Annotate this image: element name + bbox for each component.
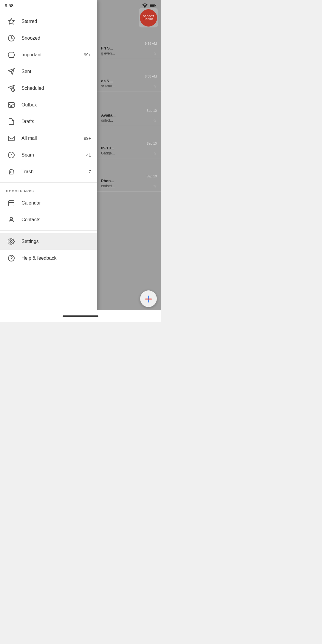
drafts-icon: [6, 118, 17, 125]
svg-rect-16: [8, 136, 14, 141]
calendar-icon: [6, 199, 17, 207]
svg-point-28: [10, 241, 12, 242]
nav-bar: [0, 310, 161, 322]
fab-plus-icon: [144, 294, 153, 304]
sent-label: Sent: [21, 69, 91, 74]
bg-email-preview-4: Gadge...: [101, 151, 115, 155]
section-divider: [0, 182, 97, 183]
trash-badge: 7: [89, 169, 91, 174]
bg-star-4: ☆: [153, 151, 157, 156]
account-avatar: GADGETHACKS: [139, 8, 158, 27]
sidebar-item-scheduled[interactable]: Scheduled: [0, 80, 97, 97]
battery-icon: [150, 3, 156, 8]
status-icons: [142, 3, 156, 8]
bg-email-subject-2: ds 5....: [101, 79, 157, 83]
contacts-label: Contacts: [21, 217, 91, 222]
bg-email-subject-4: 09/10...: [101, 146, 157, 150]
svg-rect-2: [155, 5, 156, 6]
sidebar-item-trash[interactable]: Trash 7: [0, 163, 97, 180]
outbox-icon: [6, 101, 17, 109]
bg-email-5: Sep 10 Phon... endset... ☆: [97, 171, 161, 192]
sidebar-item-sent[interactable]: Sent: [0, 63, 97, 80]
google-apps-header: GOOGLE APPS: [0, 185, 97, 195]
snoozed-label: Snoozed: [21, 35, 91, 41]
bg-email-3: Sep 10 Availa... ontrol... ☆: [97, 106, 161, 126]
sidebar-item-help[interactable]: Help & feedback: [0, 250, 97, 267]
svg-rect-3: [150, 5, 154, 7]
bg-email-2: 8:38 AM ds 5.... st iPho... ☆: [97, 72, 161, 92]
help-icon: [6, 255, 17, 262]
bg-email-subject-1: Fri S...: [101, 46, 157, 50]
svg-rect-22: [9, 201, 14, 206]
sidebar-item-important[interactable]: Important 99+: [0, 47, 97, 63]
svg-marker-8: [8, 52, 15, 58]
sidebar-item-spam[interactable]: Spam 41: [0, 147, 97, 163]
avatar-text: GADGETHACKS: [143, 15, 154, 21]
trash-label: Trash: [21, 169, 89, 174]
background-panel: GADGETHACKS 9:39 AM Fri S... g even... ☆…: [97, 0, 161, 322]
sidebar-item-contacts[interactable]: Contacts: [0, 211, 97, 228]
menu-list: Starred Snoozed Important 99+: [0, 0, 97, 322]
allmail-label: All mail: [21, 136, 84, 141]
bg-email-preview-2: st iPho...: [101, 84, 115, 88]
bg-email-1: 9:39 AM Fri S... g even... ☆: [97, 39, 161, 59]
star-icon: [6, 18, 17, 25]
sidebar-item-snoozed[interactable]: Snoozed: [0, 30, 97, 47]
bg-email-4: Sep 10 09/10... Gadge... ☆: [97, 139, 161, 159]
contacts-icon: [6, 216, 17, 223]
trash-icon: [6, 168, 17, 175]
clock-icon: [6, 35, 17, 42]
outbox-label: Outbox: [21, 102, 91, 108]
compose-fab[interactable]: [140, 290, 157, 307]
svg-rect-18: [9, 136, 13, 136]
bg-email-time-1: 9:39 AM: [101, 42, 157, 45]
sent-icon: [6, 68, 17, 75]
allmail-badge: 99+: [84, 136, 91, 141]
nav-pill: [63, 315, 98, 317]
bg-email-subject-5: Phon...: [101, 179, 157, 183]
sidebar-item-settings[interactable]: Settings: [0, 233, 97, 250]
wifi-icon: [142, 3, 148, 8]
sidebar-item-calendar[interactable]: Calendar: [0, 195, 97, 211]
important-label: Important: [21, 52, 84, 58]
drafts-label: Drafts: [21, 119, 91, 124]
important-badge: 99+: [84, 52, 91, 57]
svg-point-27: [10, 217, 13, 220]
sidebar-item-drafts[interactable]: Drafts: [0, 113, 97, 130]
status-time: 9:58: [5, 3, 13, 8]
calendar-label: Calendar: [21, 200, 91, 206]
spam-icon: [6, 151, 17, 159]
spam-label: Spam: [21, 152, 86, 158]
scheduled-label: Scheduled: [21, 86, 91, 91]
important-icon: [6, 51, 17, 58]
svg-point-0: [144, 7, 145, 8]
bg-star-1: ☆: [153, 51, 157, 56]
sidebar-item-outbox[interactable]: Outbox: [0, 97, 97, 113]
sidebar-item-starred[interactable]: Starred: [0, 13, 97, 30]
settings-icon: [6, 238, 17, 245]
bg-star-3: ☆: [153, 118, 157, 123]
bg-email-time-5: Sep 10: [101, 174, 157, 178]
bg-email-subject-3: Availa...: [101, 113, 157, 117]
bg-star-5: ☆: [153, 184, 157, 188]
bg-email-preview-5: endset...: [101, 184, 115, 188]
allmail-icon: [6, 135, 17, 142]
navigation-drawer: Starred Snoozed Important 99+: [0, 0, 97, 322]
bg-email-time-3: Sep 10: [101, 109, 157, 112]
spam-badge: 41: [86, 153, 91, 157]
bg-email-time-2: 8:38 AM: [101, 75, 157, 78]
bg-email-time-4: Sep 10: [101, 142, 157, 145]
bg-star-2: ☆: [153, 84, 157, 89]
starred-label: Starred: [21, 19, 91, 24]
help-label: Help & feedback: [21, 256, 91, 261]
settings-label: Settings: [21, 239, 91, 244]
status-bar: 9:58: [0, 0, 161, 11]
svg-marker-6: [8, 18, 14, 24]
scheduled-icon: [6, 85, 17, 92]
bg-email-preview-3: ontrol...: [101, 118, 113, 123]
bg-email-preview-1: g even...: [101, 51, 115, 55]
sidebar-item-allmail[interactable]: All mail 99+: [0, 130, 97, 147]
section-divider-2: [0, 230, 97, 231]
